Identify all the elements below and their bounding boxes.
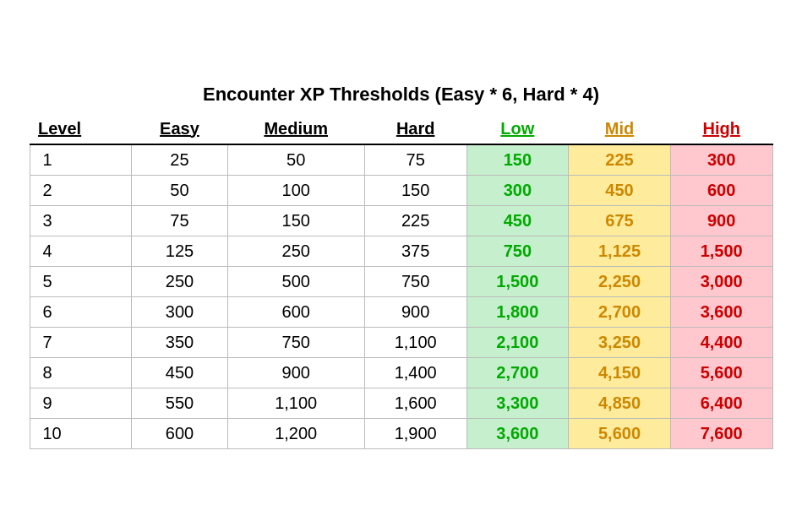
cell-level: 1 (30, 144, 132, 176)
cell-easy: 50 (132, 175, 227, 205)
cell-low: 3,600 (466, 418, 569, 448)
cell-easy: 350 (132, 327, 227, 357)
header-high: High (670, 114, 772, 144)
table-title: Encounter XP Thresholds (Easy * 6, Hard … (30, 84, 773, 106)
cell-easy: 75 (132, 205, 227, 236)
cell-low: 3,300 (466, 388, 569, 418)
header-hard: Hard (364, 114, 466, 144)
cell-medium: 250 (227, 236, 364, 266)
cell-high: 4,400 (670, 327, 772, 357)
cell-medium: 900 (227, 357, 364, 388)
cell-mid: 675 (569, 205, 671, 236)
cell-easy: 125 (132, 236, 227, 266)
cell-easy: 250 (132, 266, 227, 296)
cell-level: 3 (30, 205, 132, 236)
main-container: Encounter XP Thresholds (Easy * 6, Hard … (13, 67, 790, 466)
cell-hard: 225 (364, 205, 466, 236)
header-row: Level Easy Medium Hard Low Mid High (30, 114, 772, 144)
cell-mid: 4,850 (569, 388, 671, 418)
cell-hard: 1,600 (364, 388, 466, 418)
cell-easy: 25 (132, 144, 227, 176)
cell-level: 2 (30, 175, 132, 205)
cell-level: 8 (30, 357, 132, 388)
cell-low: 2,700 (466, 357, 569, 388)
cell-high: 7,600 (670, 418, 772, 448)
table-row: 106001,2001,9003,6005,6007,600 (30, 418, 772, 448)
cell-mid: 5,600 (569, 418, 671, 448)
table-row: 250100150300450600 (30, 175, 772, 205)
table-row: 84509001,4002,7004,1505,600 (30, 357, 772, 388)
cell-hard: 150 (364, 175, 466, 205)
cell-level: 7 (30, 327, 132, 357)
cell-mid: 2,250 (569, 266, 671, 296)
cell-level: 5 (30, 266, 132, 296)
header-level: Level (30, 114, 132, 144)
table-row: 73507501,1002,1003,2504,400 (30, 327, 772, 357)
cell-easy: 550 (132, 388, 227, 418)
cell-low: 1,800 (466, 296, 569, 327)
cell-low: 150 (466, 144, 569, 176)
cell-high: 600 (670, 175, 772, 205)
cell-high: 6,400 (670, 388, 772, 418)
cell-hard: 750 (364, 266, 466, 296)
table-row: 52505007501,5002,2503,000 (30, 266, 772, 296)
table-row: 1255075150225300 (30, 144, 772, 176)
cell-mid: 3,250 (569, 327, 671, 357)
cell-high: 3,600 (670, 296, 772, 327)
cell-level: 10 (30, 418, 132, 448)
cell-high: 1,500 (670, 236, 772, 266)
cell-hard: 375 (364, 236, 466, 266)
cell-medium: 1,200 (227, 418, 364, 448)
cell-level: 6 (30, 296, 132, 327)
header-easy: Easy (132, 114, 227, 144)
header-medium: Medium (227, 114, 364, 144)
cell-mid: 1,125 (569, 236, 671, 266)
header-mid: Mid (569, 114, 671, 144)
cell-mid: 2,700 (569, 296, 671, 327)
cell-level: 4 (30, 236, 132, 266)
header-low: Low (466, 114, 569, 144)
cell-hard: 75 (364, 144, 466, 176)
cell-low: 750 (466, 236, 569, 266)
cell-level: 9 (30, 388, 132, 418)
cell-hard: 1,900 (364, 418, 466, 448)
cell-medium: 100 (227, 175, 364, 205)
table-row: 63006009001,8002,7003,600 (30, 296, 772, 327)
cell-medium: 750 (227, 327, 364, 357)
cell-hard: 1,400 (364, 357, 466, 388)
cell-low: 450 (466, 205, 569, 236)
cell-medium: 1,100 (227, 388, 364, 418)
cell-hard: 1,100 (364, 327, 466, 357)
cell-low: 1,500 (466, 266, 569, 296)
cell-high: 5,600 (670, 357, 772, 388)
cell-high: 900 (670, 205, 772, 236)
cell-mid: 225 (569, 144, 671, 176)
cell-high: 300 (670, 144, 772, 176)
cell-medium: 50 (227, 144, 364, 176)
cell-easy: 600 (132, 418, 227, 448)
cell-low: 300 (466, 175, 569, 205)
table-row: 375150225450675900 (30, 205, 772, 236)
cell-mid: 4,150 (569, 357, 671, 388)
cell-medium: 150 (227, 205, 364, 236)
cell-hard: 900 (364, 296, 466, 327)
cell-low: 2,100 (466, 327, 569, 357)
table-row: 41252503757501,1251,500 (30, 236, 772, 266)
cell-easy: 450 (132, 357, 227, 388)
cell-mid: 450 (569, 175, 671, 205)
table-row: 95501,1001,6003,3004,8506,400 (30, 388, 772, 418)
cell-medium: 600 (227, 296, 364, 327)
cell-high: 3,000 (670, 266, 772, 296)
cell-medium: 500 (227, 266, 364, 296)
table-body: 1255075150225300250100150300450600375150… (30, 144, 772, 449)
xp-threshold-table: Level Easy Medium Hard Low Mid High 1255… (30, 114, 773, 449)
cell-easy: 300 (132, 296, 227, 327)
